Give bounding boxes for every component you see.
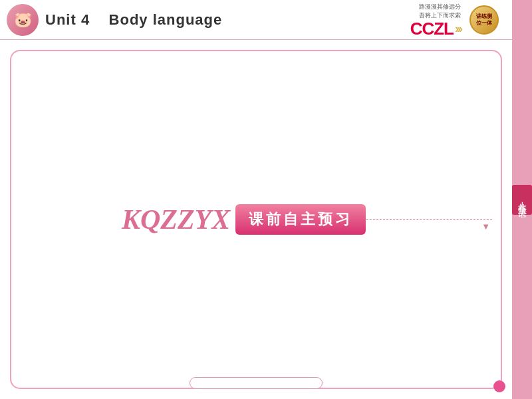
bottom-nav-bar[interactable] xyxy=(190,377,323,389)
logo-pig-icon: 🐷 xyxy=(14,11,32,29)
header-left: 🐷 Unit 4 Body language xyxy=(0,4,222,36)
logo-circle: 🐷 xyxy=(7,4,39,36)
arrow-end-icon: ▼ xyxy=(481,221,490,231)
cczl-badge: 路漫漫其修远分 吾将上下而求索 CCZL ››› xyxy=(410,3,461,37)
unit-label: Unit 4 xyxy=(45,11,90,28)
chinese-banner: 课前自主预习 xyxy=(235,204,366,235)
right-sidebar: 人教版英语 xyxy=(512,0,532,399)
main-container: 🐷 Unit 4 Body language 路漫漫其修远分 吾将上下而求索 C… xyxy=(0,0,532,399)
unit-title: Unit 4 Body language xyxy=(45,11,222,29)
chevron-right-icon: ››› xyxy=(455,22,461,36)
body-language-title: Body language xyxy=(109,11,223,28)
badge-text2: 位一体 xyxy=(476,20,492,27)
sidebar-label: 人教版英语 xyxy=(512,185,532,215)
header: 🐷 Unit 4 Body language 路漫漫其修远分 吾将上下而求索 C… xyxy=(0,0,532,40)
round-badge: 讲练测 位一体 xyxy=(469,5,499,35)
bottom-right-circle xyxy=(493,380,505,392)
cczl-logo: CCZL xyxy=(410,20,454,37)
badge-text1: 讲练测 xyxy=(476,13,492,20)
header-right: 路漫漫其修远分 吾将上下而求索 CCZL ››› 讲练测 位一体 xyxy=(410,0,499,40)
kqzzyx-text: KQZZYX xyxy=(122,203,230,235)
cczl-top-text1: 路漫漫其修远分 xyxy=(419,3,461,11)
content-area: KQZZYX 课前自主预习 ▼ xyxy=(0,40,512,399)
